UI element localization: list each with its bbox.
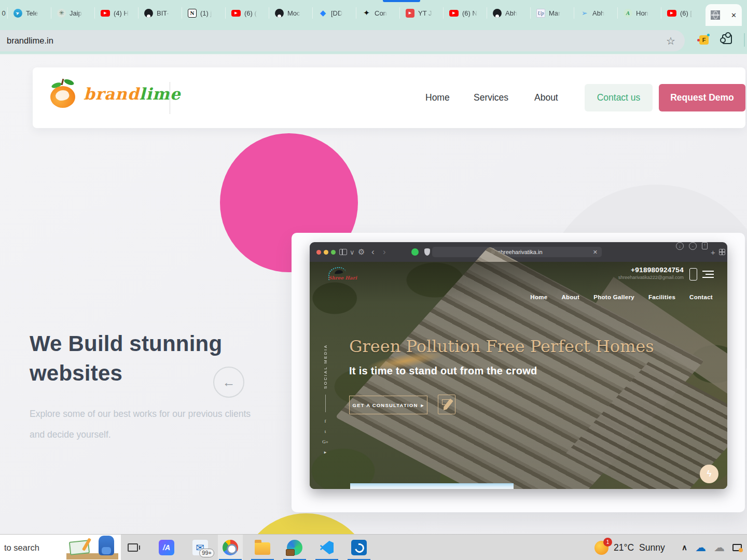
browser-tab-strip: 0 ➤Tele ✳Jaip ▶(4) H BIT- N(1) j ▶(6) ( …	[0, 0, 747, 26]
extension-icon[interactable]: F	[699, 35, 709, 45]
tab-github-2[interactable]: Moc	[269, 0, 312, 26]
phone-number[interactable]: +918980924754	[618, 266, 684, 274]
vscode-app[interactable]	[314, 535, 339, 560]
tab-compass[interactable]: ✦Con	[356, 0, 399, 26]
telegram-icon: ➤	[13, 9, 22, 18]
tab-chatgpt[interactable]: ✳Jaip	[51, 0, 94, 26]
app-slash-a[interactable]: /A	[154, 535, 179, 560]
mac-zoom-dot[interactable]	[331, 250, 336, 255]
tab-close-icon[interactable]: ✕	[731, 11, 737, 19]
forward-icon[interactable]: ›	[383, 242, 386, 262]
extensions-puzzle-icon[interactable]	[722, 34, 732, 44]
tab-twitter[interactable]: ➢Abh	[574, 0, 617, 26]
task-view-icon	[128, 543, 138, 552]
mac-close-dot[interactable]	[316, 250, 321, 255]
status-dot-icon	[411, 248, 419, 256]
shield-icon[interactable]	[424, 248, 430, 256]
tab-github-3[interactable]: Abh	[487, 0, 530, 26]
shreehari-logo[interactable]: Shree Hari	[325, 266, 357, 288]
wordpress-icon: Up	[536, 9, 545, 18]
tab-youtube-3[interactable]: ▶(6) N	[444, 0, 487, 26]
tab-youtube-4[interactable]: ▶(6) [	[661, 0, 704, 26]
carousel-prev-button[interactable]: ←	[213, 367, 244, 398]
social-media-label: SOCIAL MEDIA	[323, 344, 328, 389]
messenger-bolt-icon: ϟ	[707, 469, 712, 479]
search-placeholder: to search	[0, 543, 39, 553]
mock-nav-contact[interactable]: Contact	[689, 294, 713, 300]
tab-github-1[interactable]: BIT-	[139, 0, 182, 26]
tab-youtube-1[interactable]: ▶(4) H	[95, 0, 138, 26]
tab-notion[interactable]: N(1) j	[182, 0, 225, 26]
social-divider	[325, 395, 326, 412]
tab-telegram[interactable]: ➤Tele	[8, 0, 51, 26]
mock-nav-facilities[interactable]: Facilities	[648, 294, 675, 300]
mock-nav-home[interactable]: Home	[530, 294, 547, 300]
chevron-down-icon[interactable]: ∨	[350, 242, 355, 262]
nav-home[interactable]: Home	[425, 67, 450, 128]
nav-services[interactable]: Services	[474, 67, 508, 128]
brandlime-logo[interactable]: brandlime	[50, 81, 181, 107]
mockup-address-bar[interactable]: shreeharivatika.in ✕	[432, 247, 602, 257]
email-address[interactable]: shreeharivatika222@gmail.com	[618, 275, 684, 280]
display-sync-icon[interactable]	[732, 544, 742, 551]
mock-nav-about[interactable]: About	[561, 294, 579, 300]
task-view-button[interactable]	[120, 535, 145, 560]
share-icon[interactable]: ↑	[702, 242, 708, 249]
bookmark-star-icon[interactable]: ☆	[666, 35, 675, 47]
onedrive-cloud-icon[interactable]: ☁	[695, 541, 706, 554]
portfolio-card: ∨ ⚙ ‹ › shreeharivatika.in ✕ ↓ · ↑ +	[292, 233, 745, 512]
chrome-app[interactable]	[218, 535, 243, 560]
taskbar-search-box[interactable]: to search	[0, 535, 121, 560]
tab-wordpress[interactable]: UpMar	[531, 0, 574, 26]
tab-active-brandlime[interactable]: ✕	[706, 4, 742, 26]
contact-us-button[interactable]: Contact us	[585, 84, 653, 111]
mail-envelope-icon: ✉99+	[192, 540, 208, 555]
request-demo-button[interactable]: Request Demo	[659, 84, 745, 111]
back-icon[interactable]: ‹	[371, 242, 375, 262]
tab-overview-icon[interactable]	[719, 249, 725, 255]
tab-honeygain[interactable]: AHon	[618, 0, 661, 26]
youtube-icon[interactable]: ▸	[318, 450, 333, 455]
tray-expand-icon[interactable]: ∧	[682, 543, 687, 552]
tab-redbag[interactable]: ▶YT J	[400, 0, 443, 26]
next-section-sliver	[350, 483, 514, 489]
address-bar[interactable]: brandlime.in ☆	[0, 30, 685, 51]
mockup-browser-window: ∨ ⚙ ‹ › shreeharivatika.in ✕ ↓ · ↑ +	[310, 242, 727, 489]
edge-briefcase-icon	[287, 540, 302, 555]
settings-gear-icon[interactable]: ⚙	[358, 242, 365, 262]
red-bag-icon: ▶	[406, 9, 414, 18]
cloud-paused-icon[interactable]: ☁	[714, 541, 725, 554]
twitter-icon[interactable]: t	[318, 429, 333, 434]
sidebar-icon[interactable]	[339, 249, 347, 255]
mockup-contact-block: +918980924754 shreeharivatika222@gmail.c…	[618, 266, 684, 280]
edge-work-app[interactable]	[282, 535, 307, 560]
mock-nav-gallery[interactable]: Photo Gallery	[593, 294, 634, 300]
file-explorer-app[interactable]	[250, 535, 275, 560]
tab-youtube-2[interactable]: ▶(6) (	[226, 0, 269, 26]
notification-badge: 1	[603, 538, 612, 547]
messenger-button[interactable]: ϟ	[700, 465, 718, 483]
download-icon[interactable]: ↓	[676, 242, 684, 250]
googleplus-icon[interactable]: G+	[318, 439, 333, 444]
nav-about[interactable]: About	[534, 67, 558, 128]
url-text[interactable]: brandlime.in	[0, 36, 53, 46]
chrome-icon	[223, 540, 238, 555]
system-tray: ∧ ☁ ☁	[682, 535, 742, 560]
slash-a-icon: /A	[159, 540, 174, 555]
stop-loading-icon[interactable]: ✕	[593, 249, 598, 256]
new-tab-icon[interactable]: +	[711, 242, 715, 262]
swirl-app[interactable]	[347, 535, 371, 560]
history-clock-icon[interactable]: ·	[689, 242, 697, 250]
honeygain-icon: A	[624, 9, 632, 18]
get-consultation-button[interactable]: GET A CONSULTATION▸	[349, 396, 427, 414]
mail-app[interactable]: ✉99+	[188, 535, 213, 560]
windows-taskbar: to search /A ✉99+ 1 21°C Sunny ∧ ☁ ☁	[0, 534, 747, 560]
temperature: 21°C	[614, 542, 634, 553]
vscode-icon	[320, 541, 334, 554]
hamburger-menu-icon[interactable]	[702, 271, 714, 280]
taskbar-weather[interactable]: 1 21°C Sunny	[594, 535, 665, 560]
tab-jira[interactable]: ◆[DD	[313, 0, 356, 26]
tab-fragment[interactable]: 0	[0, 9, 7, 17]
facebook-icon[interactable]: f	[318, 418, 333, 424]
mac-minimize-dot[interactable]	[324, 250, 328, 255]
